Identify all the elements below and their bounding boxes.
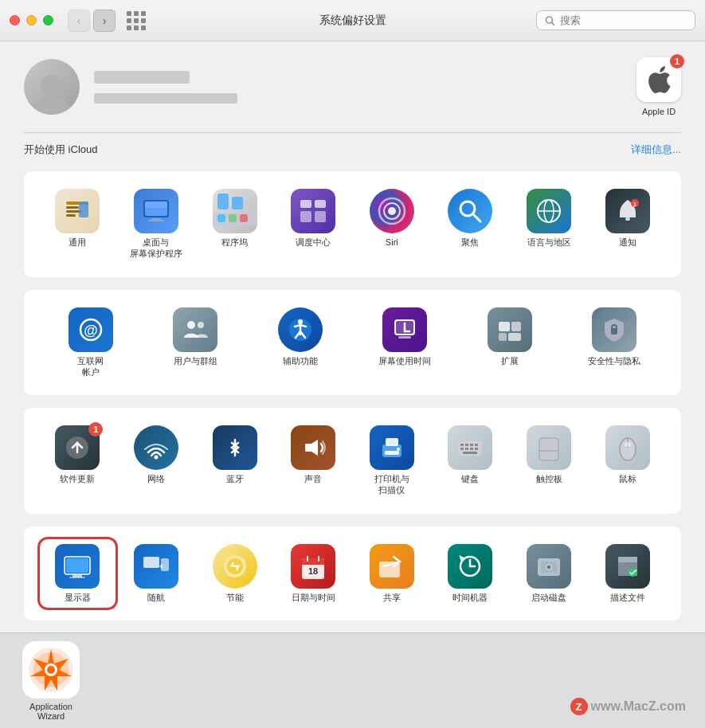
pref-timemachine[interactable]: 时间机器 [433,539,508,608]
watermark-z-icon: Z [570,698,588,715]
apple-id-label: Apple ID [642,107,676,116]
svg-text:18: 18 [308,566,318,576]
maximize-button[interactable] [43,15,53,25]
pref-mission[interactable]: 调度中心 [276,184,351,252]
pref-siri[interactable]: Siri [354,184,430,252]
pref-startup[interactable]: 启动磁盘 [511,539,587,608]
pref-trackpad[interactable]: 触控板 [511,421,587,489]
trackpad-icon [527,425,571,470]
battery-label: 节能 [226,592,244,603]
pref-ext[interactable]: 扩展 [459,303,561,371]
pref-network[interactable]: 网络 [119,421,194,489]
svg-rect-10 [148,220,164,221]
svg-rect-40 [398,336,411,339]
display-label: 显示器 [65,592,91,603]
svg-rect-58 [465,444,468,446]
back-button[interactable]: ‹ [68,10,90,32]
dock-item-appwizard[interactable]: Application Wizard [16,635,86,727]
security-label: 安全性与隐私 [588,355,640,366]
spotlight-icon [448,189,492,233]
svg-rect-81 [302,562,324,565]
svg-rect-21 [315,211,326,222]
keyboard-label: 键盘 [461,473,479,484]
pref-notif[interactable]: 1 通知 [589,184,665,252]
timemachine-label: 时间机器 [452,592,488,603]
security-icon [592,307,636,352]
svg-rect-6 [79,202,88,217]
display-icon [55,544,100,589]
desktop-label: 桌面与 屏幕保护程序 [130,237,182,260]
pref-display[interactable]: 显示器 [40,539,116,608]
section-display: 显示器 随航 [24,526,681,620]
svg-rect-53 [386,438,398,446]
lang-label: 语言与地区 [527,237,571,248]
pref-screen[interactable]: 屏幕使用时间 [354,303,456,371]
svg-rect-44 [508,333,521,341]
svg-rect-60 [475,444,478,446]
section3-grid: 1 软件更新 网络 [40,421,665,501]
appwizard-icon [22,641,80,699]
divider-1 [24,132,681,133]
pref-general[interactable]: 通用 [40,184,116,252]
watermark-text: www.MacZ.com [591,699,686,714]
grid-view-button[interactable] [123,8,149,33]
pref-battery[interactable]: 节能 [197,539,272,608]
avatar[interactable] [24,59,80,115]
pref-security[interactable]: 安全性与隐私 [564,303,666,371]
pref-datetime[interactable]: 18 日期与时间 [276,539,351,608]
section-general: 通用 桌面与 屏幕保护程序 程序坞 调度中心 [24,171,681,277]
datetime-label: 日期与时间 [292,592,335,603]
pref-dock[interactable]: 程序坞 [197,184,272,252]
svg-rect-75 [143,557,159,568]
search-input[interactable] [560,14,687,26]
main-content: 1 Apple ID 开始使用 iCloud 详细信息... 通用 [0,41,705,632]
pref-mouse[interactable]: 鼠标 [589,421,665,489]
pref-profile[interactable]: 描述文件 [589,539,665,608]
pref-lang[interactable]: 语言与地区 [511,184,587,252]
pref-access[interactable]: 辅助功能 [249,303,351,371]
forward-button[interactable]: › [93,10,116,32]
pref-software[interactable]: 1 软件更新 [40,421,116,489]
pref-spotlight[interactable]: 聚焦 [433,184,508,252]
svg-rect-17 [232,197,243,209]
mission-icon [291,189,335,233]
pref-print[interactable]: 打印机与 扫描仪 [354,421,430,501]
mouse-icon [605,425,650,470]
software-icon: 1 [55,425,100,470]
section1-grid: 通用 桌面与 屏幕保护程序 程序坞 调度中心 [40,184,665,264]
general-icon [55,189,100,233]
svg-rect-19 [315,200,326,208]
users-label: 用户与群组 [174,355,217,366]
nav-buttons: ‹ › [68,10,116,32]
svg-rect-5 [66,214,76,217]
pref-desktop[interactable]: 桌面与 屏幕保护程序 [119,184,194,264]
pref-handoff[interactable]: 随航 [119,539,194,608]
pref-sound[interactable]: 声音 [276,421,351,489]
pref-internet[interactable]: @ 互联网 帐户 [40,303,142,383]
search-box[interactable] [536,10,695,30]
icloud-detail-link[interactable]: 详细信息... [631,143,681,157]
internet-icon: @ [69,307,113,352]
pref-bt[interactable]: 蓝牙 [197,421,272,489]
svg-rect-63 [470,448,473,450]
minimize-button[interactable] [26,15,37,25]
pref-users[interactable]: 用户与群组 [145,303,247,371]
svg-rect-16 [217,194,229,209]
svg-rect-59 [470,444,473,446]
pref-keyboard[interactable]: 键盘 [433,421,508,489]
access-label: 辅助功能 [283,355,318,366]
close-button[interactable] [10,15,20,25]
startup-label: 启动磁盘 [531,592,566,603]
ext-icon [488,307,532,352]
apple-id-icon: 1 [636,57,681,102]
pref-share[interactable]: 共享 [354,539,430,608]
svg-point-91 [547,566,550,569]
apple-id-button[interactable]: 1 Apple ID [636,57,681,116]
network-label: 网络 [147,473,165,484]
software-badge: 1 [88,422,103,436]
timemachine-icon [448,544,492,589]
svg-rect-74 [69,577,85,578]
svg-rect-13 [217,214,225,222]
svg-rect-72 [66,558,88,573]
badge: 1 [670,54,684,68]
